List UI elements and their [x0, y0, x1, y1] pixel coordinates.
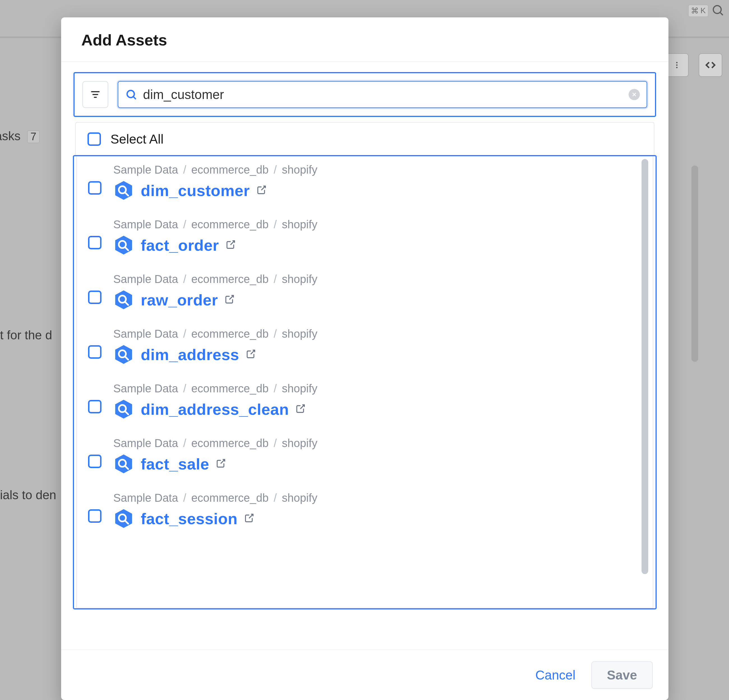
- keyboard-shortcut-hint: ⌘ K: [688, 5, 708, 17]
- breadcrumb-separator: /: [183, 437, 186, 450]
- add-assets-modal: Add Assets Select All Sample Data: [61, 17, 668, 700]
- result-checkbox[interactable]: [88, 400, 102, 413]
- breadcrumb-separator: /: [274, 437, 277, 450]
- breadcrumb-separator: /: [183, 218, 186, 231]
- results-list: Sample Data/ecommerce_db/shopify dim_cus…: [77, 156, 653, 539]
- modal-footer: Cancel Save: [61, 649, 668, 700]
- asset-name-link[interactable]: dim_customer: [141, 182, 250, 200]
- clear-search-button[interactable]: [629, 89, 640, 100]
- result-checkbox[interactable]: [88, 345, 102, 359]
- breadcrumb-segment: ecommerce_db: [191, 382, 269, 395]
- svg-marker-18: [115, 290, 132, 309]
- bigquery-table-icon: [113, 508, 134, 529]
- svg-point-2: [676, 62, 678, 63]
- filter-button[interactable]: [83, 81, 108, 108]
- result-main: Sample Data/ecommerce_db/shopify dim_add…: [113, 328, 642, 365]
- result-checkbox[interactable]: [88, 181, 102, 195]
- result-main: Sample Data/ecommerce_db/shopify fact_or…: [113, 218, 642, 256]
- search-area: [74, 72, 656, 117]
- bigquery-table-icon: [113, 289, 134, 310]
- select-all-checkbox[interactable]: [87, 132, 101, 146]
- asset-name-link[interactable]: dim_address: [141, 346, 239, 364]
- breadcrumb-segment: ecommerce_db: [191, 164, 269, 176]
- shortcut-key: K: [700, 6, 706, 15]
- result-row[interactable]: Sample Data/ecommerce_db/shopify fact_sa…: [88, 430, 642, 484]
- search-input[interactable]: [143, 87, 623, 102]
- modal-body: Select All Sample Data/ecommerce_db/shop…: [61, 62, 668, 649]
- result-row[interactable]: Sample Data/ecommerce_db/shopify fact_or…: [88, 211, 642, 266]
- asset-line: fact_session: [113, 508, 642, 529]
- page-scrollbar[interactable]: [691, 166, 698, 362]
- result-checkbox[interactable]: [88, 509, 102, 523]
- cancel-button[interactable]: Cancel: [535, 668, 575, 683]
- breadcrumb: Sample Data/ecommerce_db/shopify: [113, 382, 642, 395]
- breadcrumb-separator: /: [274, 218, 277, 231]
- result-checkbox[interactable]: [88, 236, 102, 249]
- svg-marker-12: [115, 181, 132, 200]
- external-link-icon[interactable]: [225, 294, 235, 305]
- asset-line: dim_address: [113, 344, 642, 365]
- modal-title: Add Assets: [81, 31, 648, 49]
- bigquery-table-icon: [113, 453, 134, 474]
- bigquery-table-icon: [113, 344, 134, 365]
- result-row[interactable]: Sample Data/ecommerce_db/shopify dim_add…: [88, 375, 642, 430]
- code-view-icon[interactable]: [699, 53, 722, 77]
- search-box[interactable]: [118, 81, 647, 108]
- breadcrumb-segment: Sample Data: [113, 164, 178, 176]
- breadcrumb-segment: Sample Data: [113, 328, 178, 340]
- asset-name-link[interactable]: fact_order: [141, 236, 219, 254]
- result-row[interactable]: Sample Data/ecommerce_db/shopify raw_ord…: [88, 266, 642, 320]
- bigquery-table-icon: [113, 399, 134, 420]
- svg-point-0: [713, 6, 721, 13]
- select-all-row[interactable]: Select All: [75, 122, 654, 155]
- result-main: Sample Data/ecommerce_db/shopify fact_se…: [113, 492, 642, 529]
- asset-line: dim_customer: [113, 180, 642, 201]
- breadcrumb: Sample Data/ecommerce_db/shopify: [113, 328, 642, 340]
- bigquery-table-icon: [113, 235, 134, 256]
- nav-fragment: & Tasks 7: [0, 129, 39, 143]
- asset-line: fact_order: [113, 235, 642, 256]
- svg-point-4: [676, 67, 678, 68]
- asset-line: fact_sale: [113, 453, 642, 474]
- external-link-icon[interactable]: [216, 458, 226, 469]
- result-main: Sample Data/ecommerce_db/shopify raw_ord…: [113, 273, 642, 310]
- breadcrumb: Sample Data/ecommerce_db/shopify: [113, 492, 642, 504]
- breadcrumb-separator: /: [183, 492, 186, 504]
- global-search-icon[interactable]: [711, 3, 725, 18]
- breadcrumb-separator: /: [274, 273, 277, 286]
- external-link-icon[interactable]: [296, 404, 306, 415]
- result-row[interactable]: Sample Data/ecommerce_db/shopify fact_se…: [88, 484, 642, 539]
- svg-marker-15: [115, 235, 132, 254]
- breadcrumb-separator: /: [183, 328, 186, 340]
- breadcrumb-segment: ecommerce_db: [191, 218, 269, 231]
- result-checkbox[interactable]: [88, 455, 102, 468]
- result-row[interactable]: Sample Data/ecommerce_db/shopify dim_cus…: [88, 156, 642, 211]
- external-link-icon[interactable]: [226, 240, 236, 251]
- breadcrumb-separator: /: [183, 273, 186, 286]
- breadcrumb-segment: shopify: [282, 218, 317, 231]
- breadcrumb-segment: Sample Data: [113, 382, 178, 395]
- svg-line-9: [134, 97, 136, 99]
- result-row[interactable]: Sample Data/ecommerce_db/shopify dim_add…: [88, 320, 642, 375]
- svg-marker-27: [115, 454, 132, 473]
- close-icon: [632, 92, 637, 97]
- asset-name-link[interactable]: raw_order: [141, 291, 218, 309]
- breadcrumb-separator: /: [274, 164, 277, 176]
- asset-name-link[interactable]: fact_sale: [141, 455, 209, 473]
- svg-marker-24: [115, 399, 132, 418]
- external-link-icon[interactable]: [246, 349, 256, 360]
- save-button[interactable]: Save: [591, 661, 653, 689]
- asset-name-link[interactable]: dim_address_clean: [141, 400, 289, 418]
- asset-line: dim_address_clean: [113, 399, 642, 420]
- external-link-icon[interactable]: [244, 513, 254, 524]
- results-scrollbar[interactable]: [642, 159, 648, 574]
- asset-name-link[interactable]: fact_session: [141, 510, 238, 528]
- result-checkbox[interactable]: [88, 290, 102, 304]
- breadcrumb-segment: ecommerce_db: [191, 273, 269, 286]
- nav-count-badge: 7: [27, 131, 39, 143]
- result-main: Sample Data/ecommerce_db/shopify dim_add…: [113, 382, 642, 420]
- more-menu-icon[interactable]: [665, 53, 688, 77]
- external-link-icon[interactable]: [257, 185, 267, 196]
- breadcrumb-segment: shopify: [282, 164, 317, 176]
- filter-icon: [90, 89, 101, 100]
